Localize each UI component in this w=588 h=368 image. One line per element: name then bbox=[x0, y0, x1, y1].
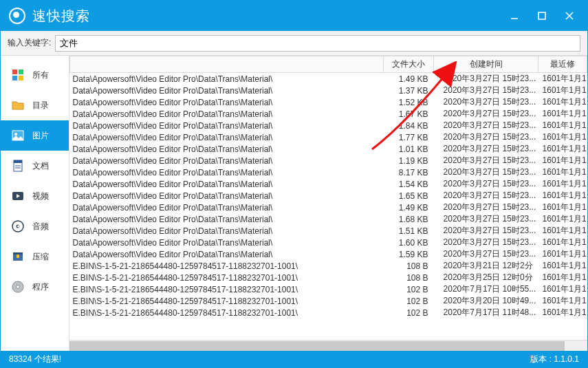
sidebar-item-disc[interactable]: 程序 bbox=[1, 272, 69, 302]
sidebar-item-audio[interactable]: 音频 bbox=[1, 211, 69, 241]
folder-icon bbox=[12, 99, 24, 111]
col-header-name[interactable] bbox=[70, 56, 384, 73]
results-table: 文件大小 创建时间 最近修 Data\Apowersoft\Video Edit… bbox=[69, 56, 587, 318]
status-bar: 83324 个结果! 版本 : 1.1.0.1 bbox=[1, 351, 587, 367]
svg-point-9 bbox=[14, 133, 17, 136]
table-row[interactable]: Data\Apowersoft\Video Editor Pro\Data\Tr… bbox=[70, 108, 587, 120]
sidebar-item-archive[interactable]: 压缩 bbox=[1, 241, 69, 272]
table-row[interactable]: Data\Apowersoft\Video Editor Pro\Data\Tr… bbox=[70, 73, 587, 85]
svg-rect-11 bbox=[14, 160, 22, 163]
cell-mtime: 1601年1月1 bbox=[538, 237, 587, 248]
table-row[interactable]: Data\Apowersoft\Video Editor Pro\Data\Tr… bbox=[70, 213, 587, 225]
table-row[interactable]: E.BIN\S-1-5-21-2186544480-1259784517-118… bbox=[70, 272, 587, 283]
cell-ctime: 2020年3月27日 15时23... bbox=[434, 213, 538, 225]
cell-name: Data\Apowersoft\Video Editor Pro\Data\Tr… bbox=[70, 73, 384, 85]
cell-ctime: 2020年3月27日 15时23... bbox=[434, 108, 538, 120]
svg-point-21 bbox=[17, 285, 20, 289]
main-panel: 文件大小 创建时间 最近修 Data\Apowersoft\Video Edit… bbox=[69, 56, 587, 351]
cell-ctime: 2020年7月17日 11时48... bbox=[434, 307, 538, 318]
cell-size: 1.65 KB bbox=[384, 190, 434, 202]
sidebar-item-video[interactable]: 视频 bbox=[1, 181, 69, 211]
table-row[interactable]: E.BIN\S-1-5-21-2186544480-1259784517-118… bbox=[70, 283, 587, 295]
cell-size: 1.60 KB bbox=[384, 237, 434, 248]
table-row[interactable]: Data\Apowersoft\Video Editor Pro\Data\Tr… bbox=[70, 155, 587, 166]
cell-name: Data\Apowersoft\Video Editor Pro\Data\Tr… bbox=[70, 225, 384, 237]
cell-size: 1.01 KB bbox=[384, 143, 434, 155]
sidebar-item-label: 程序 bbox=[32, 281, 49, 293]
table-row[interactable]: Data\Apowersoft\Video Editor Pro\Data\Tr… bbox=[70, 96, 587, 108]
table-row[interactable]: E.BIN\S-1-5-21-2186544480-1259784517-118… bbox=[70, 307, 587, 318]
cell-mtime: 1601年1月1 bbox=[538, 85, 587, 96]
col-header-ctime[interactable]: 创建时间 bbox=[434, 56, 538, 73]
col-header-mtime[interactable]: 最近修 bbox=[538, 56, 587, 73]
cell-mtime: 1601年1月1 bbox=[538, 272, 587, 283]
table-row[interactable]: Data\Apowersoft\Video Editor Pro\Data\Tr… bbox=[70, 166, 587, 178]
sidebar-item-image[interactable]: 图片 bbox=[1, 120, 69, 151]
svg-rect-1 bbox=[538, 12, 545, 19]
sidebar-item-label: 所有 bbox=[32, 69, 49, 81]
app-logo-icon bbox=[9, 8, 25, 24]
svg-rect-18 bbox=[13, 252, 23, 255]
cell-name: Data\Apowersoft\Video Editor Pro\Data\Tr… bbox=[70, 213, 384, 225]
minimize-button[interactable] bbox=[501, 6, 528, 26]
results-table-wrap[interactable]: 文件大小 创建时间 最近修 Data\Apowersoft\Video Edit… bbox=[69, 56, 587, 340]
cell-size: 1.68 KB bbox=[384, 213, 434, 225]
cell-mtime: 1601年1月1 bbox=[538, 260, 587, 272]
table-row[interactable]: Data\Apowersoft\Video Editor Pro\Data\Tr… bbox=[70, 178, 587, 190]
cell-size: 1.59 KB bbox=[384, 248, 434, 260]
table-row[interactable]: Data\Apowersoft\Video Editor Pro\Data\Tr… bbox=[70, 85, 587, 96]
cell-ctime: 2020年3月27日 15时23... bbox=[434, 202, 538, 213]
app-window: 速快搜索 输入关键字: 所有目录图片文档视频音频压缩程序 bbox=[0, 0, 588, 368]
table-row[interactable]: Data\Apowersoft\Video Editor Pro\Data\Tr… bbox=[70, 237, 587, 248]
cell-size: 1.77 KB bbox=[384, 131, 434, 143]
table-row[interactable]: E.BIN\S-1-5-21-2186544480-1259784517-118… bbox=[70, 295, 587, 307]
col-header-size[interactable]: 文件大小 bbox=[384, 56, 434, 73]
cell-size: 108 B bbox=[384, 272, 434, 283]
sidebar-item-folder[interactable]: 目录 bbox=[1, 90, 69, 120]
cell-mtime: 1601年1月1 bbox=[538, 178, 587, 190]
image-icon bbox=[12, 129, 24, 142]
cell-name: Data\Apowersoft\Video Editor Pro\Data\Tr… bbox=[70, 131, 384, 143]
table-row[interactable]: Data\Apowersoft\Video Editor Pro\Data\Tr… bbox=[70, 120, 587, 131]
svg-rect-4 bbox=[12, 69, 17, 74]
cell-name: Data\Apowersoft\Video Editor Pro\Data\Tr… bbox=[70, 178, 384, 190]
cell-ctime: 2020年3月27日 15时23... bbox=[434, 73, 538, 85]
sidebar-item-doc[interactable]: 文档 bbox=[1, 151, 69, 181]
cell-mtime: 1601年1月1 bbox=[538, 248, 587, 260]
sidebar-item-label: 视频 bbox=[32, 191, 49, 202]
table-row[interactable]: Data\Apowersoft\Video Editor Pro\Data\Tr… bbox=[70, 202, 587, 213]
cell-name: Data\Apowersoft\Video Editor Pro\Data\Tr… bbox=[70, 120, 384, 131]
table-row[interactable]: E.BIN\S-1-5-21-2186544480-1259784517-118… bbox=[70, 260, 587, 272]
table-row[interactable]: Data\Apowersoft\Video Editor Pro\Data\Tr… bbox=[70, 143, 587, 155]
cell-mtime: 1601年1月1 bbox=[538, 155, 587, 166]
cell-ctime: 2020年3月27日 15时23... bbox=[434, 155, 538, 166]
sidebar-item-label: 压缩 bbox=[32, 251, 49, 263]
cell-ctime: 2020年3月20日 10时49... bbox=[434, 295, 538, 307]
cell-mtime: 1601年1月1 bbox=[538, 143, 587, 155]
horizontal-scrollbar[interactable] bbox=[69, 340, 587, 351]
search-bar: 输入关键字: bbox=[1, 31, 587, 56]
table-row[interactable]: Data\Apowersoft\Video Editor Pro\Data\Tr… bbox=[70, 225, 587, 237]
cell-ctime: 2020年3月27日 15时23... bbox=[434, 166, 538, 178]
table-row[interactable]: Data\Apowersoft\Video Editor Pro\Data\Tr… bbox=[70, 248, 587, 260]
search-input[interactable] bbox=[55, 35, 580, 52]
maximize-button[interactable] bbox=[528, 6, 556, 26]
cell-mtime: 1601年1月1 bbox=[538, 225, 587, 237]
close-button[interactable] bbox=[556, 6, 583, 26]
cell-mtime: 1601年1月1 bbox=[538, 166, 587, 178]
table-row[interactable]: Data\Apowersoft\Video Editor Pro\Data\Tr… bbox=[70, 190, 587, 202]
svg-rect-5 bbox=[19, 69, 23, 74]
cell-mtime: 1601年1月1 bbox=[538, 108, 587, 120]
cell-ctime: 2020年3月25日 12时0分 bbox=[434, 272, 538, 283]
cell-ctime: 2020年3月27日 15时23... bbox=[434, 131, 538, 143]
cell-name: Data\Apowersoft\Video Editor Pro\Data\Tr… bbox=[70, 108, 384, 120]
cell-name: E.BIN\S-1-5-21-2186544480-1259784517-118… bbox=[70, 295, 384, 307]
cell-mtime: 1601年1月1 bbox=[538, 202, 587, 213]
cell-name: Data\Apowersoft\Video Editor Pro\Data\Tr… bbox=[70, 202, 384, 213]
cell-size: 1.54 KB bbox=[384, 178, 434, 190]
result-count: 83324 个结果! bbox=[9, 354, 61, 365]
table-row[interactable]: Data\Apowersoft\Video Editor Pro\Data\Tr… bbox=[70, 131, 587, 143]
scrollbar-thumb[interactable] bbox=[69, 341, 565, 351]
cell-ctime: 2020年3月27日 15时23... bbox=[434, 85, 538, 96]
sidebar-item-grid[interactable]: 所有 bbox=[1, 60, 69, 90]
